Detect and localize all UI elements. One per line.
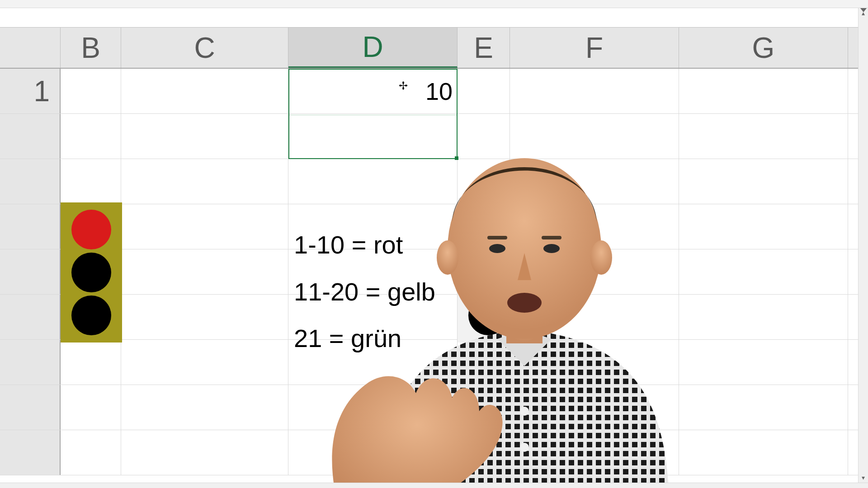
cell-D3[interactable]	[288, 159, 458, 204]
row-header-6[interactable]	[0, 295, 61, 339]
cell-E9[interactable]	[458, 430, 510, 475]
cell-E3[interactable]	[458, 159, 510, 204]
cell-value: 10	[425, 77, 453, 105]
row-header-7[interactable]	[0, 340, 61, 385]
cell-D1[interactable]: 10	[288, 69, 458, 113]
cell-G1[interactable]	[679, 69, 848, 113]
cell-B1[interactable]	[61, 69, 121, 113]
cell-G6[interactable]	[679, 295, 848, 339]
scroll-down-arrow-icon[interactable]: ▾	[859, 473, 868, 483]
traffic-light-shape-right[interactable]	[458, 202, 519, 343]
rule-line: 11-20 = gelb	[294, 268, 435, 315]
traffic-light-shape-left[interactable]	[61, 202, 122, 343]
traffic-light-red-icon	[468, 210, 508, 249]
row-header-1[interactable]: 1	[0, 69, 61, 113]
row-9	[0, 430, 868, 475]
cell-D2[interactable]	[288, 114, 458, 159]
row-header-label: 1	[33, 75, 50, 108]
cell-F5[interactable]	[510, 249, 679, 294]
row-1: 1 10	[0, 69, 868, 114]
column-header-label: E	[474, 31, 493, 65]
rule-line: 1-10 = rot	[294, 221, 435, 268]
horizontal-scrollbar[interactable]	[0, 483, 868, 488]
cell-C2[interactable]	[121, 114, 288, 159]
cell-G5[interactable]	[679, 249, 848, 294]
column-header-label: D	[362, 30, 383, 64]
column-header-label: F	[585, 31, 603, 65]
cell-F6[interactable]	[510, 295, 679, 339]
cell-B8[interactable]	[61, 385, 121, 430]
column-headers: B C D E F G	[0, 27, 868, 69]
legend-rules-text: 1-10 = rot 11-20 = gelb 21 = grün	[294, 221, 435, 362]
cell-F3[interactable]	[510, 159, 679, 204]
column-header-F[interactable]: F	[510, 28, 679, 68]
row-header-8[interactable]	[0, 385, 61, 430]
row-8	[0, 385, 868, 430]
rule-line: 21 = grün	[294, 315, 435, 362]
row-header-2[interactable]	[0, 114, 61, 159]
cell-C6[interactable]	[121, 295, 288, 339]
column-header-label: B	[81, 31, 100, 65]
cell-E7[interactable]	[458, 340, 510, 385]
traffic-light-red-icon	[71, 210, 111, 249]
cell-C7[interactable]	[121, 340, 288, 385]
formula-bar-gap	[0, 8, 868, 27]
column-header-D[interactable]: D	[288, 28, 458, 68]
column-header-E[interactable]: E	[458, 28, 510, 68]
cell-F4[interactable]	[510, 204, 679, 249]
cell-G9[interactable]	[679, 430, 848, 475]
vertical-scrollbar[interactable]: ▴ ▾	[858, 8, 868, 483]
row-3	[0, 159, 868, 204]
cell-C1[interactable]	[121, 69, 288, 113]
cell-B7[interactable]	[61, 340, 121, 385]
row-header-5[interactable]	[0, 249, 61, 294]
traffic-light-green-off-icon	[71, 296, 111, 335]
cell-G7[interactable]	[679, 340, 848, 385]
window-chrome-strip	[0, 0, 868, 8]
traffic-light-yellow-off-icon	[71, 253, 111, 292]
column-header-label: G	[752, 31, 775, 65]
row-header-3[interactable]	[0, 159, 61, 204]
cell-B9[interactable]	[61, 430, 121, 475]
select-all-corner[interactable]	[0, 28, 61, 68]
cell-B2[interactable]	[61, 114, 121, 159]
cell-D9[interactable]	[288, 430, 458, 475]
cell-F2[interactable]	[510, 114, 679, 159]
cell-C3[interactable]	[121, 159, 288, 204]
column-header-C[interactable]: C	[121, 28, 288, 68]
cell-D8[interactable]	[288, 385, 458, 430]
column-header-B[interactable]: B	[61, 28, 121, 68]
cell-C5[interactable]	[121, 249, 288, 294]
row-header-4[interactable]	[0, 204, 61, 249]
cell-E1[interactable]	[458, 69, 510, 113]
traffic-light-yellow-off-icon	[468, 253, 508, 292]
traffic-light-green-off-icon	[468, 296, 508, 335]
column-header-G[interactable]: G	[679, 28, 848, 68]
row-header-9[interactable]	[0, 430, 61, 475]
cell-E8[interactable]	[458, 385, 510, 430]
cell-F8[interactable]	[510, 385, 679, 430]
cell-C9[interactable]	[121, 430, 288, 475]
spreadsheet-area: B C D E F G 1 10	[0, 27, 868, 483]
cell-F1[interactable]	[510, 69, 679, 113]
column-header-label: C	[194, 31, 215, 65]
cell-G8[interactable]	[679, 385, 848, 430]
cell-C4[interactable]	[121, 204, 288, 249]
dropdown-arrow-icon[interactable]	[860, 8, 867, 12]
cell-B3[interactable]	[61, 159, 121, 204]
cell-F7[interactable]	[510, 340, 679, 385]
cell-C8[interactable]	[121, 385, 288, 430]
cell-G3[interactable]	[679, 159, 848, 204]
cell-F9[interactable]	[510, 430, 679, 475]
cell-G2[interactable]	[679, 114, 848, 159]
row-2	[0, 114, 868, 159]
cell-G4[interactable]	[679, 204, 848, 249]
cell-E2[interactable]	[458, 114, 510, 159]
